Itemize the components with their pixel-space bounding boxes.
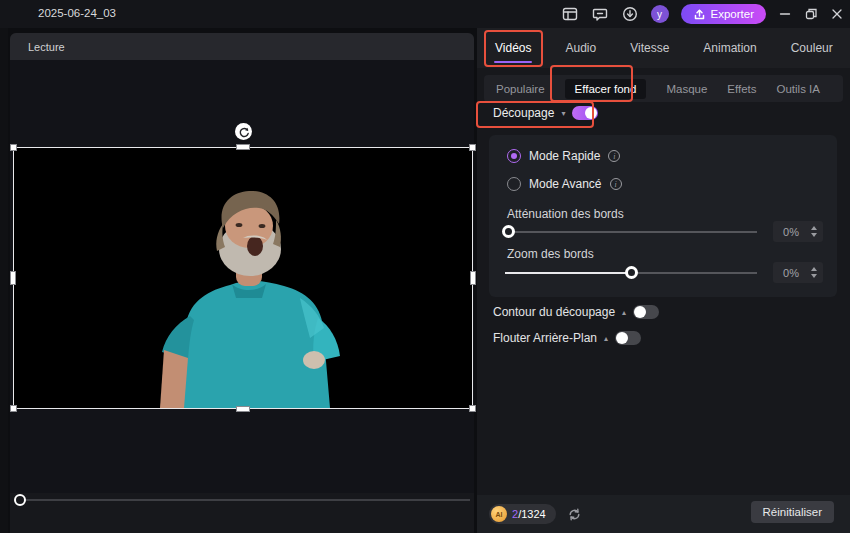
flouter-row: Flouter Arrière-Plan ▴ (493, 331, 641, 345)
tab-videos[interactable]: Vidéos (491, 35, 535, 61)
toggle-knob (616, 332, 628, 344)
restore-icon (804, 7, 818, 21)
collapse-caret-icon[interactable]: ▴ (604, 334, 608, 343)
toggle-knob (585, 107, 597, 119)
attenuation-value-box[interactable]: 0% (773, 221, 823, 242)
properties-panel: Vidéos Audio Vitesse Animation Couleur P… (477, 28, 850, 533)
zoom-bords-value-box[interactable]: 0% (773, 262, 823, 283)
subtab-effets[interactable]: Effets (727, 83, 756, 95)
tab-couleur[interactable]: Couleur (787, 35, 837, 61)
flouter-toggle[interactable] (615, 331, 641, 345)
seek-handle[interactable] (14, 494, 26, 506)
preview-tab-label: Lecture (28, 41, 65, 53)
subtab-masque[interactable]: Masque (666, 83, 707, 95)
resize-handle-bottom-right[interactable] (469, 405, 476, 412)
zoom-bords-label: Zoom des bords (507, 247, 594, 261)
close-button[interactable] (824, 0, 850, 28)
decoupage-label: Découpage (493, 106, 554, 120)
resize-handle-right[interactable] (470, 271, 476, 285)
layout-panel-button[interactable] (558, 2, 582, 26)
resize-handle-top-left[interactable] (10, 144, 17, 151)
refresh-icon (567, 507, 582, 522)
tab-animation[interactable]: Animation (699, 35, 760, 61)
titlebar: 2025-06-24_03 y Exporter (0, 0, 850, 28)
flouter-label: Flouter Arrière-Plan (493, 331, 597, 345)
resize-handle-top-right[interactable] (469, 144, 476, 151)
preview-tab-lecture[interactable]: Lecture (10, 33, 474, 60)
contour-row: Contour du découpage ▴ (493, 305, 659, 319)
subtab-effacer-fond[interactable]: Effacer fond (565, 79, 647, 99)
resize-handle-bottom[interactable] (236, 406, 250, 412)
mode-rapide-radio-row[interactable]: Mode Rapide i (507, 149, 620, 163)
decoupage-toggle[interactable] (572, 106, 598, 120)
user-avatar[interactable]: y (651, 5, 669, 23)
resize-handle-top[interactable] (236, 144, 250, 150)
export-button[interactable]: Exporter (681, 4, 766, 24)
export-label: Exporter (711, 8, 754, 20)
download-icon (622, 6, 638, 22)
zoom-bords-slider-handle[interactable] (625, 266, 638, 279)
restore-button[interactable] (798, 0, 824, 28)
refresh-credits-button[interactable] (566, 505, 584, 523)
subtab-outils-ia[interactable]: Outils IA (777, 83, 820, 95)
minimize-button[interactable] (772, 0, 798, 28)
radio-unselected-icon[interactable] (507, 177, 521, 191)
stepper-down-icon[interactable] (811, 233, 817, 237)
stepper-up-icon[interactable] (811, 267, 817, 271)
project-title: 2025-06-24_03 (38, 7, 116, 19)
close-icon (830, 7, 844, 21)
mode-rapide-label: Mode Rapide (529, 149, 600, 163)
download-button[interactable] (618, 2, 642, 26)
chat-bubble-icon (592, 6, 608, 22)
left-panel-edge (0, 28, 8, 533)
rotate-handle[interactable] (235, 123, 252, 140)
mode-avance-radio-row[interactable]: Mode Avancé i (507, 177, 622, 191)
ai-coin-icon: AI (491, 506, 507, 522)
collapse-caret-icon[interactable]: ▾ (561, 109, 565, 118)
slider-fill (505, 272, 631, 274)
contour-toggle[interactable] (633, 305, 659, 319)
tab-vitesse[interactable]: Vitesse (626, 35, 673, 61)
ai-credits-count: 2/1324 (512, 508, 546, 520)
video-subtabs: Populaire Effacer fond Masque Effets Out… (484, 75, 843, 102)
reset-button[interactable]: Réinitialiser (751, 501, 834, 523)
upload-icon (693, 8, 706, 21)
attenuation-stepper[interactable] (809, 226, 823, 237)
attenuation-slider-handle[interactable] (502, 225, 515, 238)
panel-footer: AI 2/1324 Réinitialiser (477, 495, 850, 533)
attenuation-value: 0% (773, 226, 809, 238)
video-clip[interactable] (14, 148, 472, 408)
subtab-populaire[interactable]: Populaire (496, 83, 545, 95)
feedback-button[interactable] (588, 2, 612, 26)
zoom-bords-stepper[interactable] (809, 267, 823, 278)
ai-credits-badge[interactable]: AI 2/1324 (489, 504, 556, 524)
contour-label: Contour du découpage (493, 305, 615, 319)
zoom-bords-value: 0% (773, 267, 809, 279)
resize-handle-bottom-left[interactable] (10, 405, 17, 412)
mode-avance-label: Mode Avancé (529, 177, 602, 191)
resize-handle-left[interactable] (10, 271, 16, 285)
zoom-bords-slider-track[interactable] (505, 272, 757, 274)
seek-track[interactable] (22, 499, 470, 501)
attenuation-slider-track[interactable] (505, 231, 757, 233)
minimize-icon (778, 7, 792, 21)
toggle-knob (634, 306, 646, 318)
collapse-caret-icon[interactable]: ▴ (622, 308, 626, 317)
attenuation-label: Atténuation des bords (507, 207, 624, 221)
radio-selected-icon[interactable] (507, 149, 521, 163)
stepper-up-icon[interactable] (811, 226, 817, 230)
property-tabs: Vidéos Audio Vitesse Animation Couleur (477, 28, 850, 68)
stepper-down-icon[interactable] (811, 274, 817, 278)
info-icon[interactable]: i (608, 150, 620, 162)
decoupage-settings-card: Mode Rapide i Mode Avancé i Atténuation … (489, 135, 837, 297)
tab-audio[interactable]: Audio (561, 35, 600, 61)
subject-person (14, 148, 472, 408)
rotate-icon (238, 126, 250, 138)
decoupage-section-header: Découpage ▾ (493, 106, 598, 120)
layout-panel-icon (562, 6, 578, 22)
info-icon[interactable]: i (610, 178, 622, 190)
